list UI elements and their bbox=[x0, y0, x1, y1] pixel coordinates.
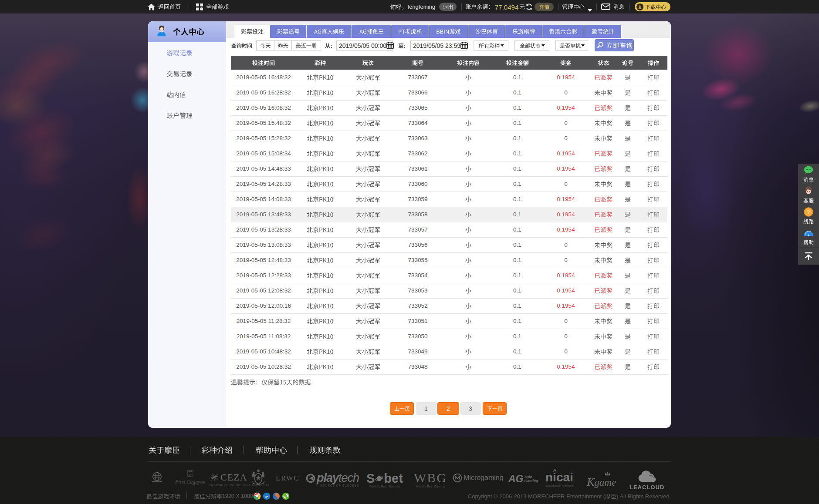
svg-text:e: e bbox=[265, 493, 268, 500]
svg-text:?: ? bbox=[807, 209, 810, 215]
